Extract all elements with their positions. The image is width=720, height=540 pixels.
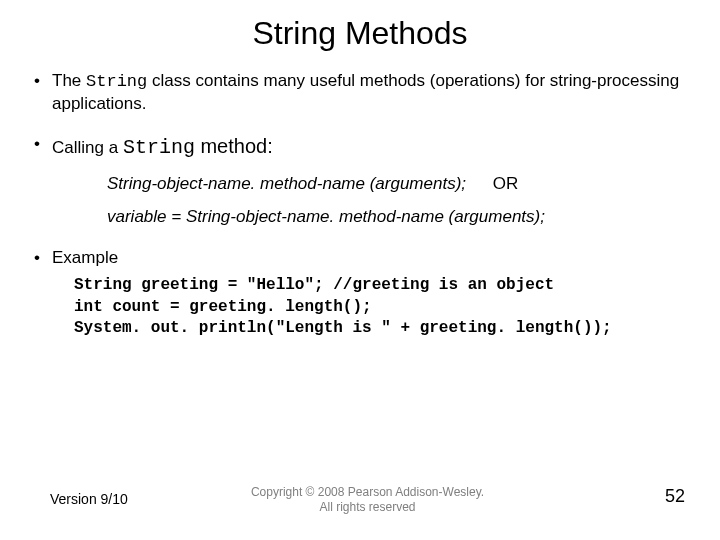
footer: Version 9/10 Copyright © 2008 Pearson Ad… (0, 485, 720, 515)
footer-page-number: 52 (665, 486, 685, 507)
b2-post: method: (195, 135, 273, 157)
copyright-l1: Copyright © 2008 Pearson Addison-Wesley. (251, 485, 484, 499)
syntax-line-2: variable = String-object-name. method-na… (107, 206, 690, 229)
b3-label: Example (52, 248, 118, 267)
b2-pre: Calling a (52, 138, 123, 157)
code-line-2: int count = greeting. length(); (74, 297, 690, 319)
bullet-1: The String class contains many useful me… (30, 70, 690, 115)
footer-version: Version 9/10 (50, 491, 128, 507)
or-text: OR (493, 174, 519, 193)
code-box: String greeting = "Hello"; //greeting is… (74, 275, 690, 340)
b2-code: String (123, 136, 195, 159)
bullet-2: Calling a String method: String-object-n… (30, 133, 690, 229)
b1-code: String (86, 72, 147, 91)
page-title: String Methods (30, 15, 690, 52)
b1-pre: The (52, 71, 86, 90)
syntax-block: String-object-name. method-name (argumen… (107, 173, 690, 229)
bullet-list: The String class contains many useful me… (30, 70, 690, 340)
b1-post: class contains many useful methods (oper… (52, 71, 679, 113)
syntax1: String-object-name. method-name (argumen… (107, 174, 466, 193)
syntax2: variable = String-object-name. method-na… (107, 207, 545, 226)
code-line-3: System. out. println("Length is " + gree… (74, 318, 690, 340)
copyright-l2: All rights reserved (319, 500, 415, 514)
syntax-line-1: String-object-name. method-name (argumen… (107, 173, 690, 196)
code-line-1: String greeting = "Hello"; //greeting is… (74, 275, 690, 297)
bullet-3: Example String greeting = "Hello"; //gre… (30, 247, 690, 340)
slide: String Methods The String class contains… (0, 0, 720, 540)
footer-copyright: Copyright © 2008 Pearson Addison-Wesley.… (50, 485, 685, 515)
